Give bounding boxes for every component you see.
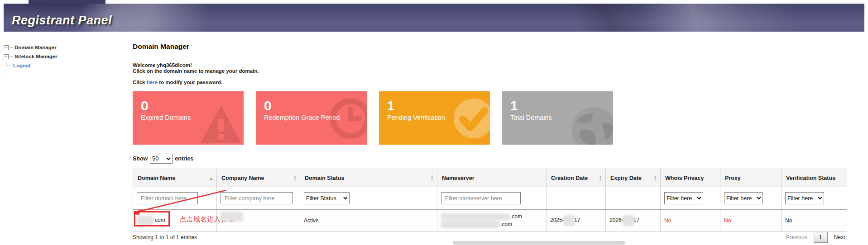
col-label: Nameserver [442, 175, 475, 181]
sidebar-item-sitelock-manager[interactable]: Sitelock Manager [4, 52, 121, 61]
redacted-nameserver-blob [441, 213, 510, 220]
card-label: Total Domains [510, 114, 613, 121]
annotation-highlight-box [134, 211, 170, 226]
nameserver-tld: .com [510, 213, 522, 220]
tree-dots [9, 47, 13, 48]
filter-proxy-select[interactable]: Filter here [724, 192, 763, 204]
filter-cell-creation [547, 187, 606, 210]
sidebar-tree: Domain Manager Sitelock Manager Logout [4, 43, 121, 70]
banner-title: Registrant Panel [12, 14, 112, 28]
col-header-nameserver[interactable]: Nameserver [437, 169, 547, 187]
expand-plus-icon[interactable] [4, 45, 9, 50]
showing-entries-text: Showing 1 to 1 of 1 entries [133, 234, 197, 240]
sidebar-item-label[interactable]: Sitelock Manager [14, 54, 58, 59]
filter-cell-expiry [606, 187, 661, 210]
filter-cell-verification: Filter here [782, 187, 847, 210]
nameserver-line: .com [441, 221, 542, 228]
card-value: 0 [264, 99, 367, 113]
redacted-nameserver-blob [441, 221, 500, 228]
domain-table: Domain Name Company Name Domain Status N… [133, 169, 847, 232]
card-label: Expired Domains [141, 114, 244, 121]
expand-plus-icon[interactable] [4, 54, 9, 59]
page-title: Domain Manager [133, 42, 189, 51]
creation-date-prefix: 2025- [550, 217, 564, 223]
redacted-date-blob [563, 215, 575, 226]
filter-domain-input[interactable] [137, 192, 198, 204]
card-value: 1 [387, 99, 490, 113]
col-header-whois-privacy[interactable]: Whois Privacy [661, 169, 720, 187]
entries-select[interactable]: 50 [150, 154, 173, 164]
nameserver-line: .com [441, 213, 542, 221]
filter-nameserver-input[interactable] [441, 192, 521, 204]
page-1-button[interactable]: 1 [814, 232, 828, 243]
card-redemption-grace: 0 Redemption Grace Period [256, 91, 367, 145]
horizontal-scrollbar-thumb[interactable] [453, 241, 625, 245]
card-total-domains: 1 Total Domains [502, 91, 613, 145]
password-line-suffix: to modify your password. [158, 80, 222, 85]
filter-cell-domain [133, 187, 217, 210]
col-header-domain-name[interactable]: Domain Name [133, 169, 217, 187]
redacted-date-blob [623, 215, 634, 226]
tree-corner [6, 61, 11, 66]
cell-nameserver: .com .com [437, 210, 547, 232]
pagination: Previous 1 Next [782, 232, 849, 243]
table-header-row: Domain Name Company Name Domain Status N… [133, 169, 847, 187]
col-header-creation-date[interactable]: Creation Date [547, 169, 606, 187]
filter-whois-select[interactable]: Filter here [664, 192, 703, 204]
col-label: Expiry Date [610, 175, 642, 181]
col-label: Whois Privacy [665, 175, 704, 181]
sort-both-icon[interactable] [293, 175, 297, 181]
col-label: Domain Status [305, 175, 345, 181]
cell-expiry-date: 2026-17 [606, 210, 661, 232]
show-label: Show [133, 155, 148, 162]
cell-verification-status: No [782, 210, 847, 232]
expiry-date-prefix: 2026- [609, 217, 623, 223]
col-header-expiry-date[interactable]: Expiry Date [606, 169, 661, 187]
redacted-blob [221, 212, 243, 221]
sidebar-item-domain-manager[interactable]: Domain Manager [4, 43, 121, 52]
filter-cell-nameserver [437, 187, 547, 210]
welcome-text: Welcome yhq365dlcom! Click on the domain… [133, 62, 259, 74]
col-header-proxy[interactable]: Proxy [720, 169, 782, 187]
sidebar-item-logout[interactable]: Logout [4, 61, 121, 70]
welcome-line1: Welcome yhq365dlcom! [133, 62, 259, 68]
col-header-verification-status[interactable]: Verification Status [782, 169, 847, 187]
logout-link[interactable]: Logout [13, 63, 31, 68]
password-line: Click here to modify your password. [133, 80, 222, 85]
sort-both-icon[interactable] [431, 175, 434, 181]
sort-both-icon[interactable] [654, 175, 657, 181]
filter-cell-proxy: Filter here [720, 187, 782, 210]
banner: Registrant Panel [4, 4, 864, 32]
cell-domain-status: Active [300, 210, 437, 232]
card-label: Pending Verification [387, 114, 490, 121]
card-value: 1 [510, 99, 613, 113]
table-filter-row: Filter Status Filter here Filter here Fi… [133, 187, 847, 210]
next-button[interactable]: Next [830, 232, 849, 242]
col-label: Verification Status [786, 175, 835, 181]
modify-password-link[interactable]: here [147, 80, 158, 85]
entries-control: Show 50 entries [133, 154, 193, 164]
registrant-panel-page: Registrant Panel Domain Manager Sitelock… [0, 0, 868, 245]
card-pending-verification: 1 Pending Verification [379, 91, 490, 145]
col-header-company-name[interactable]: Company Name [217, 169, 300, 187]
card-expired-domains: 0 Expired Domains [133, 91, 244, 145]
filter-company-input[interactable] [221, 192, 293, 204]
entries-label: entries [175, 155, 193, 162]
stat-cards-row: 0 Expired Domains 0 Redemption Grace Per… [133, 91, 613, 145]
card-value: 0 [141, 99, 244, 113]
col-label: Domain Name [138, 175, 175, 181]
card-label: Redemption Grace Period [264, 114, 367, 121]
previous-button[interactable]: Previous [782, 232, 811, 242]
welcome-line2: Click on the domain name to manage your … [133, 68, 259, 74]
filter-cell-whois: Filter here [661, 187, 720, 210]
expiry-date-suffix: 17 [633, 217, 639, 223]
filter-verification-select[interactable]: Filter here [785, 192, 824, 204]
col-header-domain-status[interactable]: Domain Status [300, 169, 437, 187]
filter-status-select[interactable]: Filter Status [304, 192, 350, 204]
filter-cell-status: Filter Status [300, 187, 437, 210]
sort-asc-icon[interactable] [209, 175, 213, 181]
sort-both-icon[interactable] [599, 175, 602, 181]
sidebar-item-label[interactable]: Domain Manager [14, 45, 57, 50]
cell-proxy: No [720, 210, 782, 232]
cell-creation-date: 2025-17 [547, 210, 606, 232]
